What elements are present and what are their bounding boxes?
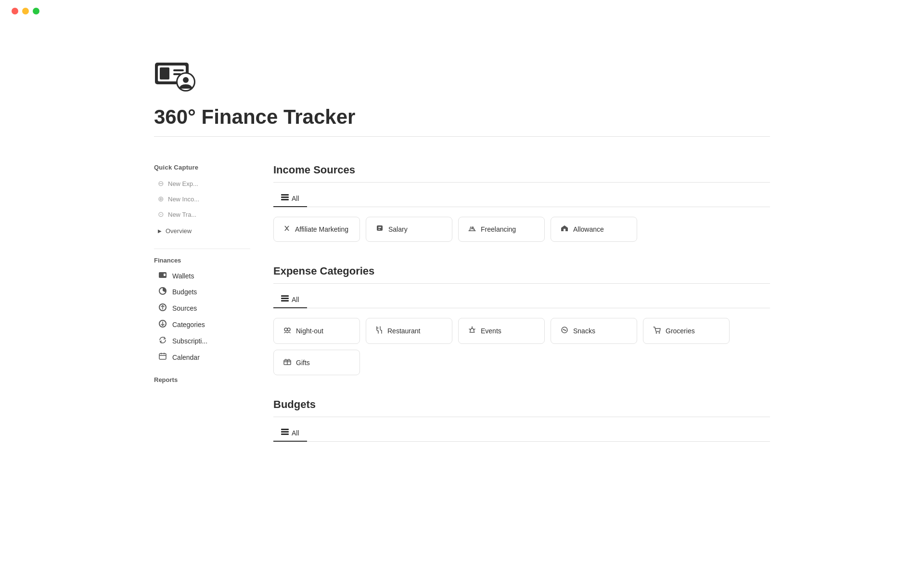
svg-rect-13 [159, 354, 166, 359]
svg-rect-30 [281, 429, 289, 430]
calendar-icon [158, 353, 167, 362]
subscriptions-label: Subscripti... [172, 337, 207, 345]
freelancing-label: Freelancing [481, 225, 516, 233]
events-icon [468, 326, 476, 336]
svg-rect-23 [281, 300, 289, 302]
svg-rect-18 [378, 227, 381, 228]
expense-tab-all[interactable]: All [273, 291, 307, 308]
expense-categories-cards-row2: Gifts [273, 350, 770, 375]
transfer-icon: ⊙ [158, 210, 164, 219]
expense-card-snacks[interactable]: Snacks [551, 318, 637, 344]
income-card-allowance[interactable]: Allowance [551, 217, 637, 242]
income-card-salary[interactable]: Salary [366, 217, 452, 242]
svg-point-28 [659, 332, 660, 333]
budgets-tab-bar: All [273, 425, 770, 442]
expense-all-label: All [292, 296, 299, 303]
svg-rect-22 [281, 298, 289, 299]
expense-categories-title: Expense Categories [273, 265, 770, 277]
svg-rect-2 [160, 67, 169, 79]
expense-categories-divider [273, 283, 770, 284]
subscriptions-icon [158, 336, 167, 346]
freelancing-icon [468, 225, 476, 234]
budgets-tab-all[interactable]: All [273, 425, 307, 442]
expense-categories-cards: Night-out Restaurant Events [273, 318, 770, 344]
night-out-label: Night-out [296, 327, 323, 335]
overview-item[interactable]: ▶ Overview [154, 225, 250, 237]
sidebar-item-wallets[interactable]: Wallets [154, 269, 250, 283]
minimize-button[interactable] [22, 8, 29, 14]
allowance-icon [561, 225, 568, 234]
page-header: 360° Finance Tracker [154, 29, 770, 164]
salary-icon [376, 225, 384, 234]
sidebar-item-categories[interactable]: Categories [154, 317, 250, 332]
finances-title: Finances [154, 257, 250, 264]
svg-rect-14 [281, 194, 289, 196]
salary-label: Salary [388, 225, 408, 233]
sources-label: Sources [172, 304, 197, 312]
gifts-label: Gifts [296, 359, 310, 367]
expense-card-gifts[interactable]: Gifts [273, 350, 360, 375]
svg-point-24 [284, 328, 287, 331]
svg-rect-32 [281, 434, 289, 435]
svg-rect-16 [281, 199, 289, 200]
expense-card-night-out[interactable]: Night-out [273, 318, 360, 344]
svg-rect-15 [281, 197, 289, 198]
calendar-label: Calendar [172, 354, 200, 361]
svg-rect-31 [281, 431, 289, 433]
expense-card-restaurant[interactable]: Restaurant [366, 318, 452, 344]
quick-capture-title: Quick Capture [154, 164, 250, 171]
expense-categories-tab-bar: All [273, 291, 770, 308]
categories-icon [158, 320, 167, 329]
income-sources-tab-bar: All [273, 190, 770, 207]
svg-point-25 [287, 328, 290, 331]
budgets-all-label: All [292, 429, 299, 437]
income-all-icon [281, 194, 289, 202]
expense-categories-section: Expense Categories All [273, 265, 770, 375]
snacks-icon [561, 326, 568, 336]
svg-rect-21 [281, 295, 289, 297]
overview-label: Overview [166, 227, 192, 235]
income-sources-cards: Affiliate Marketing Salary Freelancing [273, 217, 770, 242]
income-sources-title: Income Sources [273, 164, 770, 176]
expense-icon: ⊖ [158, 179, 164, 188]
wallets-label: Wallets [172, 272, 194, 280]
new-income-button[interactable]: ⊕ New Inco... [154, 192, 250, 206]
svg-rect-3 [173, 69, 184, 71]
sidebar: Quick Capture ⊖ New Exp... ⊕ New Inco...… [154, 164, 250, 465]
sidebar-item-budgets[interactable]: Budgets [154, 284, 250, 300]
new-expense-button[interactable]: ⊖ New Exp... [154, 177, 250, 190]
affiliate-marketing-label: Affiliate Marketing [295, 225, 348, 233]
svg-point-27 [656, 332, 657, 333]
budgets-divider [273, 417, 770, 417]
sidebar-item-calendar[interactable]: Calendar [154, 350, 250, 365]
sources-icon [158, 303, 167, 313]
page-divider [154, 136, 770, 137]
expense-card-events[interactable]: Events [458, 318, 545, 344]
income-icon: ⊕ [158, 195, 164, 203]
close-button[interactable] [12, 8, 18, 14]
income-tab-all[interactable]: All [273, 190, 307, 207]
allowance-label: Allowance [573, 225, 604, 233]
expense-card-groceries[interactable]: Groceries [643, 318, 730, 344]
budgets-icon [158, 287, 167, 297]
wallets-icon [158, 272, 167, 280]
gifts-icon [283, 358, 291, 367]
income-card-freelancing[interactable]: Freelancing [458, 217, 545, 242]
expense-all-icon [281, 295, 289, 303]
budgets-section: Budgets All [273, 398, 770, 442]
budgets-title: Budgets [273, 398, 770, 411]
affiliate-marketing-icon [283, 225, 290, 234]
svg-rect-19 [378, 229, 380, 230]
svg-rect-20 [564, 229, 565, 231]
maximize-button[interactable] [33, 8, 39, 14]
svg-point-7 [183, 77, 189, 83]
app-container: 360° Finance Tracker Quick Capture ⊖ New… [125, 0, 799, 465]
sidebar-item-subscriptions[interactable]: Subscripti... [154, 333, 250, 349]
chevron-right-icon: ▶ [158, 228, 162, 234]
svg-rect-9 [164, 274, 166, 276]
restaurant-icon [376, 326, 383, 336]
titlebar [0, 0, 924, 22]
income-card-affiliate-marketing[interactable]: Affiliate Marketing [273, 217, 360, 242]
sidebar-item-sources[interactable]: Sources [154, 301, 250, 316]
new-transfer-button[interactable]: ⊙ New Tra... [154, 208, 250, 221]
